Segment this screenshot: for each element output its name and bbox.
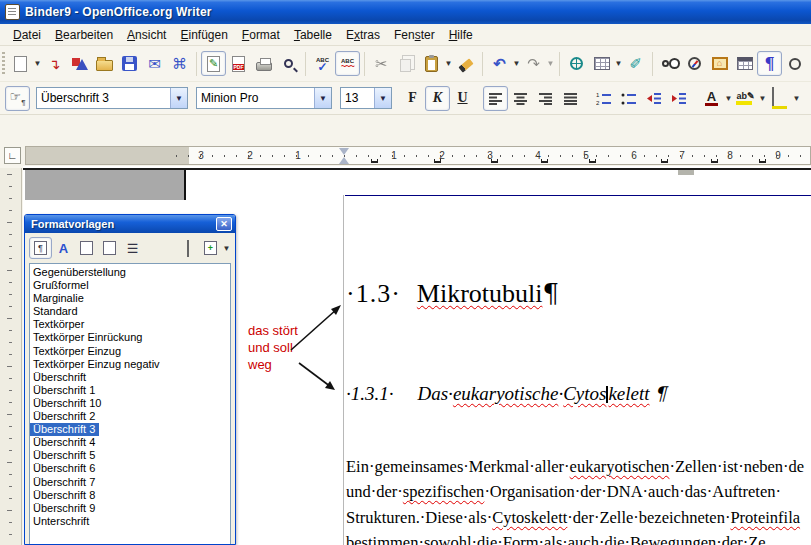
edit-file-button[interactable]: ✎: [201, 51, 226, 76]
tab-stop-marker[interactable]: [541, 159, 548, 163]
styles-panel-titlebar[interactable]: Formatvorlagen ✕: [25, 215, 235, 233]
style-item[interactable]: Standard: [30, 305, 230, 318]
menu-format[interactable]: Format: [235, 26, 287, 44]
frame-styles-tab[interactable]: [75, 237, 98, 259]
tab-stop-marker[interactable]: [491, 159, 498, 163]
print-button[interactable]: [251, 51, 276, 76]
style-item[interactable]: Überschrift 9: [30, 502, 230, 515]
paste-button[interactable]: [419, 51, 444, 76]
new-style-dropdown[interactable]: ▼: [222, 244, 231, 253]
page-styles-tab[interactable]: [98, 237, 121, 259]
menu-datei[interactable]: Datei: [6, 26, 48, 44]
page-preview-button[interactable]: [276, 51, 301, 76]
background-color-button[interactable]: [767, 86, 792, 111]
find-replace-button[interactable]: [657, 51, 682, 76]
export-pdf-button[interactable]: PDF: [226, 51, 251, 76]
navigator-button[interactable]: [682, 51, 707, 76]
styles-panel[interactable]: Formatvorlagen ✕ ¶ A ☰ + ▼ Gegenüberstel…: [24, 214, 236, 545]
hyperlink-button[interactable]: [564, 51, 589, 76]
draw-functions-button[interactable]: ✐: [623, 51, 648, 76]
cut-button[interactable]: ✂: [369, 51, 394, 76]
bullet-list-button[interactable]: [616, 86, 641, 111]
insert-table-dropdown[interactable]: ▼: [614, 59, 623, 68]
redo-dropdown[interactable]: ▼: [546, 59, 555, 68]
style-item[interactable]: Überschrift: [30, 371, 230, 384]
align-right-button[interactable]: [533, 86, 558, 111]
style-item[interactable]: Überschrift 3: [30, 423, 99, 436]
style-item[interactable]: Überschrift 1: [30, 384, 230, 397]
save-button[interactable]: [117, 51, 142, 76]
font-color-button[interactable]: A: [699, 86, 724, 111]
style-item[interactable]: Textkörper: [30, 318, 230, 331]
direct-cursor-button[interactable]: ↴: [42, 51, 67, 76]
data-sources-button[interactable]: [732, 51, 757, 76]
style-item[interactable]: Unterschrift: [30, 515, 230, 528]
horizontal-ruler[interactable]: 32112345678910: [25, 146, 811, 165]
insert-table-button[interactable]: [589, 51, 614, 76]
character-styles-tab[interactable]: A: [52, 237, 75, 259]
email-button[interactable]: ✉: [142, 51, 167, 76]
heading-1-3-1[interactable]: ·1.3.1·Das·eukaryotische·Cytoskelett ¶: [346, 382, 666, 405]
styles-panel-toggle-button[interactable]: ☞¶: [5, 86, 30, 111]
nonprinting-chars-button[interactable]: ¶: [757, 51, 782, 76]
heading-1-3[interactable]: ·1.3·Mikrotubuli¶: [346, 278, 559, 309]
style-item[interactable]: Textkörper Einzug: [30, 345, 230, 358]
title-bar[interactable]: Binder9 - OpenOffice.org Writer: [0, 0, 811, 24]
styles-panel-close-button[interactable]: ✕: [216, 217, 232, 231]
decrease-indent-button[interactable]: [641, 86, 666, 111]
italic-button[interactable]: K: [425, 86, 450, 111]
underline-button[interactable]: U: [450, 86, 475, 111]
menu-extras[interactable]: Extras: [339, 26, 387, 44]
style-item[interactable]: Überschrift 6: [30, 462, 230, 475]
paste-dropdown[interactable]: ▼: [444, 59, 453, 68]
justify-button[interactable]: [558, 86, 583, 111]
undo-dropdown[interactable]: ▼: [512, 59, 521, 68]
tab-stop-marker[interactable]: [589, 159, 596, 163]
style-item[interactable]: Überschrift 8: [30, 489, 230, 502]
menu-einfügen[interactable]: Einfügen: [173, 26, 234, 44]
menu-tabelle[interactable]: Tabelle: [287, 26, 339, 44]
tab-stop-marker[interactable]: [711, 159, 718, 163]
font-color-dropdown[interactable]: ▼: [724, 94, 733, 103]
new-document-button[interactable]: [8, 51, 33, 76]
toolbar-grip[interactable]: [2, 52, 5, 76]
tab-type-selector[interactable]: ∟: [4, 147, 21, 164]
new-document-dropdown[interactable]: ▼: [33, 59, 42, 68]
combo-arrow-icon[interactable]: ▼: [314, 88, 331, 108]
menu-fenster[interactable]: Fenster: [387, 26, 442, 44]
indent-marker[interactable]: [339, 148, 349, 155]
auto-spellcheck-button[interactable]: ABC~~~: [335, 51, 360, 76]
style-item[interactable]: Gegenüberstellung: [30, 266, 230, 279]
combo-arrow-icon[interactable]: ▼: [170, 88, 187, 108]
open-button[interactable]: [92, 51, 117, 76]
paragraph-styles-tab[interactable]: ¶: [29, 237, 52, 259]
copy-button[interactable]: [394, 51, 419, 76]
style-item[interactable]: Textkörper Einrückung: [30, 331, 230, 344]
format-paintbrush-button[interactable]: [453, 51, 478, 76]
body-paragraph[interactable]: Ein·gemeinsames·Merkmal·aller·eukaryotis…: [346, 454, 811, 545]
style-item[interactable]: Überschrift 10: [30, 397, 230, 410]
style-item[interactable]: Marginalie: [30, 292, 230, 305]
highlighting-dropdown[interactable]: ▼: [758, 94, 767, 103]
background-color-dropdown[interactable]: ▼: [792, 94, 801, 103]
command-button[interactable]: ⌘: [167, 51, 192, 76]
paragraph-style-combo[interactable]: Überschrift 3 ▼: [36, 87, 188, 109]
align-center-button[interactable]: [508, 86, 533, 111]
menu-bearbeiten[interactable]: Bearbeiten: [48, 26, 120, 44]
style-item[interactable]: Überschrift 5: [30, 449, 230, 462]
font-name-combo[interactable]: Minion Pro ▼: [196, 87, 332, 109]
menu-hilfe[interactable]: Hilfe: [442, 26, 480, 44]
bold-button[interactable]: F: [400, 86, 425, 111]
style-item[interactable]: Überschrift 7: [30, 476, 230, 489]
tab-stop-marker[interactable]: [371, 159, 378, 163]
list-styles-tab[interactable]: ☰: [121, 237, 144, 259]
shapes-button[interactable]: [67, 51, 92, 76]
vertical-ruler[interactable]: [0, 168, 22, 545]
combo-arrow-icon[interactable]: ▼: [374, 88, 391, 108]
redo-button[interactable]: ↷: [521, 51, 546, 76]
menu-ansicht[interactable]: Ansicht: [120, 26, 173, 44]
numbered-list-button[interactable]: 12: [591, 86, 616, 111]
zoom-button[interactable]: [782, 51, 807, 76]
tab-stop-marker[interactable]: [661, 159, 668, 163]
styles-list[interactable]: GegenüberstellungGrußformelMarginalieSta…: [29, 263, 231, 545]
